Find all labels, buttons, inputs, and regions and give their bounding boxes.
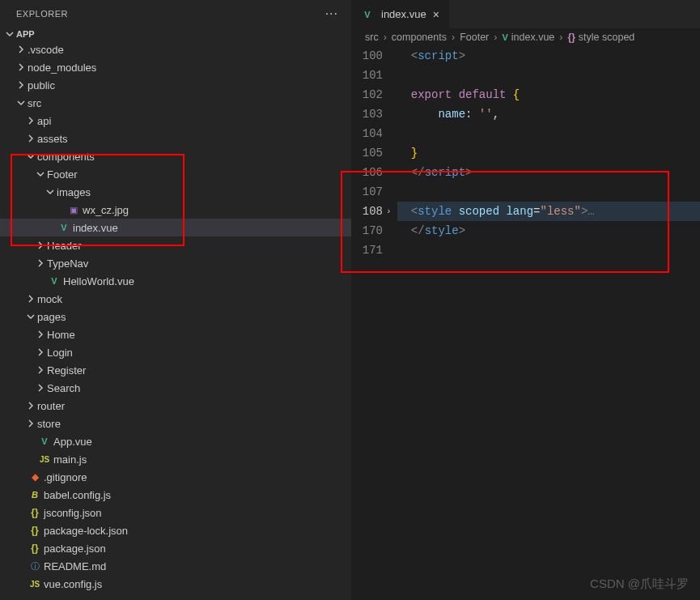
tree-item-public[interactable]: public xyxy=(0,76,351,94)
tree-item-register[interactable]: Register xyxy=(0,361,351,379)
tree-item-assets[interactable]: assets xyxy=(0,130,351,147)
tree-item-label: images xyxy=(57,186,91,198)
line-number-gutter: 100101102103104105106107108170171 xyxy=(352,46,397,600)
tree-item-label: public xyxy=(28,79,55,91)
tree-item-typenav[interactable]: TypeNav xyxy=(0,254,351,272)
code-body[interactable]: <script> export default { name: '', } </… xyxy=(397,46,700,600)
file-tree: .vscodenode_modulespublicsrcapiassetscom… xyxy=(0,40,351,600)
tree-item-label: store xyxy=(37,418,61,430)
js-icon: JS xyxy=(28,580,42,589)
line-number: 103 xyxy=(352,104,383,124)
tree-item-app-vue[interactable]: VApp.vue xyxy=(0,432,351,450)
tree-item-api[interactable]: api xyxy=(0,112,351,130)
line-number: 105 xyxy=(352,143,383,163)
tree-item-babel-config-js[interactable]: Bbabel.config.js xyxy=(0,486,351,504)
breadcrumb-segment[interactable]: components xyxy=(392,32,447,43)
tree-item-images[interactable]: images xyxy=(0,183,351,201)
chevron-right-icon xyxy=(24,419,37,428)
tree-item-label: src xyxy=(28,97,41,109)
line-number: 108 xyxy=(352,202,383,221)
line-number: 100 xyxy=(352,46,383,66)
tree-item-main-js[interactable]: JSmain.js xyxy=(0,450,351,468)
chevron-right-icon: › xyxy=(559,32,562,43)
tree-item-vue-config-js[interactable]: JSvue.config.js xyxy=(0,575,351,593)
tree-item-src[interactable]: src xyxy=(0,94,351,112)
tree-item-store[interactable]: store xyxy=(0,415,351,432)
code-line[interactable]: </style> xyxy=(397,221,700,240)
tab-index-vue[interactable]: V index.vue × xyxy=(352,0,450,28)
line-number: 101 xyxy=(352,66,383,85)
tree-item-label: HelloWorld.vue xyxy=(63,275,134,287)
code-line[interactable]: </script> xyxy=(397,163,700,182)
code-line[interactable] xyxy=(397,124,700,143)
chevron-right-icon xyxy=(24,402,37,410)
tree-item--vscode[interactable]: .vscode xyxy=(0,40,351,58)
code-line[interactable]: export default { xyxy=(397,85,700,104)
tree-item-label: api xyxy=(37,115,51,127)
tree-item-home[interactable]: Home xyxy=(0,326,351,343)
breadcrumb-segment[interactable]: Vindex.vue xyxy=(502,32,554,43)
tree-item-label: Home xyxy=(47,329,75,341)
tree-item-footer[interactable]: Footer xyxy=(0,165,351,183)
chevron-right-icon xyxy=(24,295,37,303)
tree-item-label: main.js xyxy=(53,453,87,466)
code-line[interactable]: › <style scoped lang="less">… xyxy=(397,202,700,221)
tree-item-wx-cz-jpg[interactable]: ▣wx_cz.jpg xyxy=(0,201,351,219)
tree-item-router[interactable]: router xyxy=(0,397,351,415)
tree-item-label: package-lock.json xyxy=(44,525,128,537)
workspace-section-header[interactable]: APP xyxy=(0,28,351,40)
breadcrumb-segment[interactable]: {}style scoped xyxy=(567,32,634,43)
chevron-right-icon xyxy=(15,45,28,53)
tree-item-label: .vscode xyxy=(28,44,64,56)
code-line[interactable]: <script> xyxy=(397,46,700,66)
line-number: 104 xyxy=(352,124,383,143)
tree-item-label: vue.config.js xyxy=(44,578,102,590)
tree-item-label: pages xyxy=(37,311,66,323)
close-icon[interactable]: × xyxy=(431,8,441,21)
tree-item-node-modules[interactable]: node_modules xyxy=(0,58,351,76)
tree-item-index-vue[interactable]: Vindex.vue xyxy=(0,219,351,236)
tree-item-login[interactable]: Login xyxy=(0,343,351,361)
code-line[interactable] xyxy=(397,240,700,260)
code-line[interactable] xyxy=(397,66,700,85)
editor-area: V index.vue × src›components›Footer›Vind… xyxy=(352,0,700,600)
tree-item-search[interactable]: Search xyxy=(0,379,351,397)
tree-item-label: router xyxy=(37,400,65,412)
tree-item-pages[interactable]: pages xyxy=(0,308,351,326)
code-line[interactable]: name: '', xyxy=(397,104,700,124)
breadcrumb-segment[interactable]: Footer xyxy=(460,32,489,43)
tree-item-package-lock-json[interactable]: {}package-lock.json xyxy=(0,521,351,539)
tree-item-package-json[interactable]: {}package.json xyxy=(0,539,351,557)
tree-item-label: .gitignore xyxy=(44,471,87,483)
tab-label: index.vue xyxy=(381,8,426,20)
more-actions-icon[interactable]: ··· xyxy=(325,6,338,21)
breadcrumb-segment[interactable]: src xyxy=(365,32,379,43)
tree-item-label: Search xyxy=(47,382,80,394)
line-number: 170 xyxy=(352,221,383,240)
line-number: 171 xyxy=(352,240,383,260)
chevron-right-icon xyxy=(24,117,37,125)
chevron-right-icon xyxy=(34,241,47,249)
info-icon: ⓘ xyxy=(28,560,42,572)
chevron-right-icon xyxy=(34,348,47,356)
tree-item-label: wx_cz.jpg xyxy=(83,204,129,216)
chevron-right-icon: › xyxy=(494,32,497,43)
tree-item-label: mock xyxy=(37,293,62,305)
tree-item--gitignore[interactable]: ◆.gitignore xyxy=(0,468,351,486)
watermark: CSDN @爪哇斗罗 xyxy=(590,577,689,592)
tree-item-label: components xyxy=(37,151,95,163)
fold-icon[interactable]: › xyxy=(386,202,392,221)
tree-item-label: package.json xyxy=(44,543,106,555)
code-line[interactable] xyxy=(397,182,700,202)
tree-item-readme-md[interactable]: ⓘREADME.md xyxy=(0,557,351,575)
tree-item-label: assets xyxy=(37,133,68,145)
tree-item-components[interactable]: components xyxy=(0,147,351,165)
tree-item-label: TypeNav xyxy=(47,257,88,270)
code-line[interactable]: } xyxy=(397,143,700,163)
tree-item-mock[interactable]: mock xyxy=(0,290,351,308)
breadcrumb[interactable]: src›components›Footer›Vindex.vue›{}style… xyxy=(352,28,700,46)
tree-item-jsconfig-json[interactable]: {}jsconfig.json xyxy=(0,504,351,521)
tree-item-header[interactable]: Header xyxy=(0,236,351,254)
tree-item-helloworld-vue[interactable]: VHelloWorld.vue xyxy=(0,272,351,290)
code-editor[interactable]: 100101102103104105106107108170171 <scrip… xyxy=(352,46,700,600)
